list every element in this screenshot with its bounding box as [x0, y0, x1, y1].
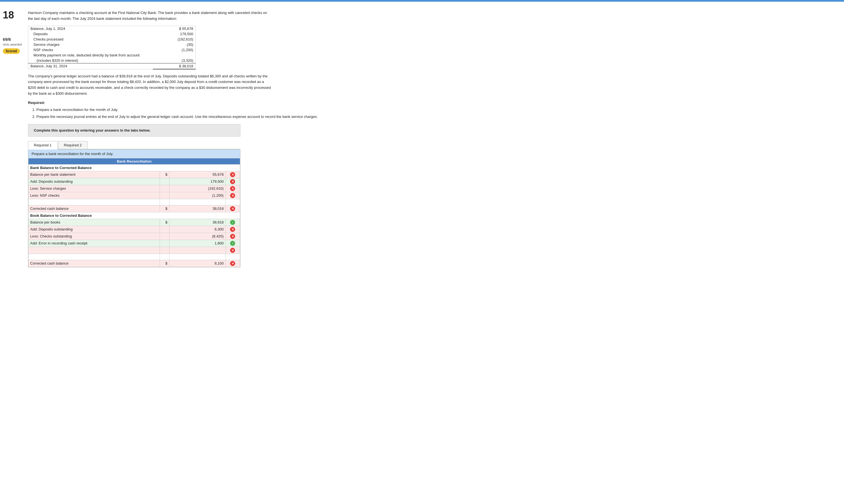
- recon-prefix-corrected-books: $: [160, 260, 169, 267]
- x-icon: ✕: [230, 193, 235, 198]
- recon-label-empty-2: [29, 247, 160, 254]
- tab-required-1[interactable]: Required 1: [28, 141, 57, 149]
- complete-box: Complete this question by entering your …: [28, 124, 241, 137]
- check-icon: ✓: [230, 220, 235, 225]
- recon-prefix-empty-2: [160, 247, 169, 254]
- recon-value-corrected-bank: 38,018: [169, 205, 225, 212]
- scenario-text: The company's general ledger account had…: [28, 73, 271, 97]
- recon-row-corrected-books: Corrected cash balance $ 8,100 ✕: [29, 260, 240, 267]
- bs-value-3: (192,610): [153, 37, 196, 42]
- recon-value-empty-3: [169, 254, 225, 260]
- recon-row-service-charges: Less: Service charges (192,610) ✕: [29, 185, 240, 192]
- recon-prefix-deposits-books: [160, 226, 169, 233]
- x-icon: ✕: [230, 227, 235, 232]
- bank-statement-table: Balance, July 1, 2024 $ 55,678 Deposits …: [28, 26, 196, 70]
- recon-icon-corrected-books: ✕: [225, 260, 240, 267]
- problem-intro: Harrison Company maintains a checking ac…: [28, 10, 271, 22]
- recon-prefix-empty-3: [160, 254, 169, 260]
- bs-row-2: Deposits 179,500: [28, 31, 196, 37]
- required-list: Prepare a bank reconciliation for the mo…: [36, 107, 836, 120]
- bs-label-5: NSF checks: [28, 47, 153, 53]
- x-icon: ✕: [230, 206, 235, 211]
- recon-section2-header: Book Balance to Corrected Balance: [29, 212, 240, 219]
- recon-label-error-cash-receipt: Add: Error in recording cash receipt: [29, 240, 160, 247]
- recon-value-deposits-outstanding: 179,500: [169, 178, 225, 185]
- recon-table-header: Bank Reconciliation: [29, 158, 240, 164]
- recon-prefix-empty-1: [160, 199, 169, 205]
- main-content: Harrison Company maintains a checking ac…: [25, 7, 844, 270]
- required-item-1: Prepare a bank reconciliation for the mo…: [36, 107, 836, 113]
- recon-icon-empty-2: ✕: [225, 247, 240, 254]
- recon-label-books-balance: Balance per books: [29, 219, 160, 226]
- recon-icon-bank-balance: ✕: [225, 171, 240, 178]
- recon-row-deposits-books: Add: Deposits outstanding 6,300 ✕: [29, 226, 240, 233]
- recon-label-corrected-bank: Corrected cash balance: [29, 205, 160, 212]
- x-icon: ✕: [230, 261, 235, 266]
- recon-prefix-service-charges: [160, 185, 169, 192]
- recon-row-books-balance: Balance per books $ 38,918 ✓: [29, 219, 240, 226]
- recon-row-error-cash-receipt: Add: Error in recording cash receipt 1,8…: [29, 240, 240, 247]
- recon-prefix-nsf-checks: [160, 192, 169, 199]
- recon-icon-nsf-checks: ✕: [225, 192, 240, 199]
- bs-label-6: Monthly payment on note, deducted direct…: [28, 53, 153, 58]
- recon-row-checks-outstanding: Less: Checks outstanding (8,420) ✕: [29, 233, 240, 240]
- bs-value-1: $ 55,678: [153, 26, 196, 31]
- bs-row-6: Monthly payment on note, deducted direct…: [28, 53, 196, 58]
- recon-icon-empty-1: [225, 199, 240, 205]
- recon-value-checks-outstanding: (8,420): [169, 233, 225, 240]
- tabs-row: Required 1 Required 2: [28, 141, 241, 149]
- bs-value-4: (30): [153, 42, 196, 47]
- recon-value-empty-2: [169, 247, 225, 254]
- recon-label-bank-balance: Balance per bank statement: [29, 171, 160, 178]
- recon-value-service-charges: (192,610): [169, 185, 225, 192]
- bs-value-7: (3,320): [153, 58, 196, 64]
- recon-icon-corrected-bank: ✕: [225, 205, 240, 212]
- check-icon: ✓: [230, 241, 235, 246]
- reconciliation-table: Bank Reconciliation Bank Balance to Corr…: [28, 158, 240, 267]
- tab-content-1: Prepare a bank reconciliation for the mo…: [28, 149, 241, 267]
- x-icon: ✕: [230, 172, 235, 177]
- recon-label-empty-1: [29, 199, 160, 205]
- required-item-2: Prepare the necessary journal entries at…: [36, 114, 836, 120]
- score-value: 69/6: [3, 37, 11, 42]
- recon-icon-service-charges: ✕: [225, 185, 240, 192]
- recon-value-deposits-books: 6,300: [169, 226, 225, 233]
- recon-icon-books-balance: ✓: [225, 219, 240, 226]
- score-section: 69/6 oints awarded Scored: [3, 37, 22, 54]
- x-icon: ✕: [230, 234, 235, 239]
- bs-label-3: Checks processed: [28, 37, 153, 42]
- recon-row-bank-balance: Balance per bank statement $ 55,678 ✕: [29, 171, 240, 178]
- bs-label-2: Deposits: [28, 31, 153, 37]
- recon-prefix-checks-outstanding: [160, 233, 169, 240]
- recon-value-bank-balance: 55,678: [169, 171, 225, 178]
- recon-row-empty-1: [29, 199, 240, 205]
- bs-value-6: [153, 53, 196, 58]
- bs-row-4: Service charges (30): [28, 42, 196, 47]
- required-label: Required:: [28, 101, 836, 105]
- recon-value-empty-1: [169, 199, 225, 205]
- x-icon: ✕: [230, 186, 235, 191]
- recon-icon-checks-outstanding: ✕: [225, 233, 240, 240]
- tabs-container: Required 1 Required 2 Prepare a bank rec…: [28, 141, 241, 267]
- recon-label-deposits-outstanding: Add: Deposits outstanding: [29, 178, 160, 185]
- recon-prefix-corrected-bank: $: [160, 205, 169, 212]
- recon-icon-empty-3: [225, 254, 240, 260]
- recon-header-row: Bank Reconciliation: [29, 158, 240, 164]
- recon-section1-label: Bank Balance to Corrected Balance: [29, 164, 240, 171]
- recon-section2-label: Book Balance to Corrected Balance: [29, 212, 240, 219]
- recon-label-nsf-checks: Less: NSF checks: [29, 192, 160, 199]
- recon-icon-deposits-outstanding: ✕: [225, 178, 240, 185]
- bs-row-3: Checks processed (192,610): [28, 37, 196, 42]
- bs-row-1: Balance, July 1, 2024 $ 55,678: [28, 26, 196, 31]
- recon-prefix-bank-balance: $: [160, 171, 169, 178]
- bs-value-2: 179,500: [153, 31, 196, 37]
- recon-label-deposits-books: Add: Deposits outstanding: [29, 226, 160, 233]
- recon-value-error-cash-receipt: 1,800: [169, 240, 225, 247]
- bs-label-1: Balance, July 1, 2024: [28, 26, 153, 31]
- recon-value-books-balance: 38,918: [169, 219, 225, 226]
- recon-row-empty-3: [29, 254, 240, 260]
- recon-value-nsf-checks: (1,200): [169, 192, 225, 199]
- tab-required-2[interactable]: Required 2: [58, 141, 88, 149]
- recon-section1-header: Bank Balance to Corrected Balance: [29, 164, 240, 171]
- tab-header: Prepare a bank reconciliation for the mo…: [28, 149, 240, 158]
